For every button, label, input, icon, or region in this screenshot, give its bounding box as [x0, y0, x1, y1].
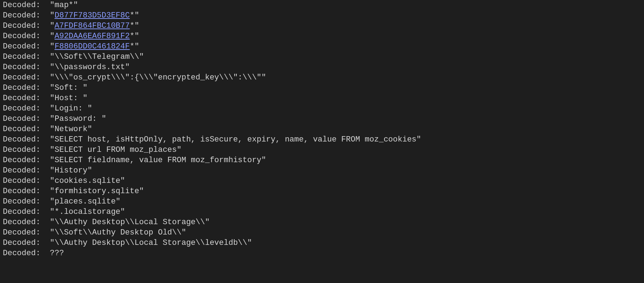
line-label: Decoded:: [3, 187, 50, 196]
terminal-line: Decoded: ???: [3, 248, 641, 258]
line-text: \\\"os_crypt\\\":{\\\"encrypted_key\\\":…: [54, 73, 261, 82]
trailing-text: *: [130, 21, 134, 30]
open-quote: ": [50, 11, 54, 20]
terminal-line: Decoded: "Network": [3, 124, 641, 134]
open-quote: ": [50, 218, 54, 227]
close-quote: ": [261, 73, 266, 82]
open-quote: ": [50, 176, 54, 185]
hash-link[interactable]: F8806DD0C461824F: [54, 42, 130, 51]
close-quote: ": [125, 63, 130, 72]
close-quote: ": [135, 11, 139, 20]
open-quote: ": [50, 166, 54, 175]
terminal-line: Decoded: "Password: ": [3, 114, 641, 124]
close-quote: ": [120, 176, 125, 185]
open-quote: ": [50, 94, 54, 103]
line-text: \\Authy Desktop\\Local Storage\\leveldb\…: [54, 238, 247, 247]
terminal-line: Decoded: "places.sqlite": [3, 196, 641, 207]
open-quote: ": [50, 156, 54, 165]
close-quote: ": [83, 83, 87, 92]
hash-link[interactable]: A7FDF864FBC10B77: [54, 21, 130, 30]
line-label: Decoded:: [3, 94, 50, 103]
close-quote: ": [120, 207, 125, 216]
open-quote: ": [50, 135, 54, 144]
close-quote: ": [177, 145, 182, 154]
line-text: Soft:: [54, 83, 83, 92]
line-label: Decoded:: [3, 135, 50, 144]
terminal-line: Decoded: "Soft: ": [3, 83, 641, 93]
open-quote: ": [50, 104, 54, 113]
line-label: Decoded:: [3, 207, 50, 216]
open-quote: ": [50, 83, 54, 92]
terminal-line: Decoded: "cookies.sqlite": [3, 176, 641, 186]
terminal-line: Decoded: "D877F783D5D3EF8C*": [3, 10, 641, 21]
terminal-line: Decoded: "\\Authy Desktop\\Local Storage…: [3, 217, 641, 227]
open-quote: ": [50, 125, 54, 134]
line-text: \\Soft\\Telegram\\: [54, 52, 139, 61]
line-label: Decoded:: [3, 11, 50, 20]
hash-link[interactable]: D877F783D5D3EF8C: [54, 11, 130, 20]
close-quote: ": [139, 52, 144, 61]
close-quote: ": [83, 94, 87, 103]
open-quote: ": [50, 187, 54, 196]
line-label: Decoded:: [3, 73, 50, 82]
line-label: Decoded:: [3, 166, 50, 175]
terminal-line: Decoded: "SELECT url FROM moz_places": [3, 145, 641, 155]
open-quote: ": [50, 145, 54, 154]
terminal-line: Decoded: "A92DAA6EA6F891F2*": [3, 31, 641, 41]
terminal-line: Decoded: "map*": [3, 0, 641, 10]
line-label: Decoded:: [3, 1, 50, 10]
line-text: SELECT url FROM moz_places: [54, 145, 177, 154]
close-quote: ": [135, 21, 139, 30]
open-quote: ": [50, 21, 54, 30]
hash-link[interactable]: A92DAA6EA6F891F2: [54, 32, 130, 41]
close-quote: ": [247, 238, 252, 247]
line-label: Decoded:: [3, 114, 50, 123]
close-quote: ": [88, 125, 92, 134]
trailing-text: *: [130, 11, 134, 20]
line-label: Decoded:: [3, 145, 50, 154]
open-quote: ": [50, 63, 54, 72]
terminal-line: Decoded: "Host: ": [3, 93, 641, 103]
open-quote: ": [50, 1, 54, 10]
line-text: ???: [50, 249, 64, 258]
line-text: History: [54, 166, 87, 175]
terminal-line: Decoded: "formhistory.sqlite": [3, 186, 641, 196]
line-text: formhistory.sqlite: [54, 187, 139, 196]
terminal-line: Decoded: "SELECT fieldname, value FROM m…: [3, 155, 641, 165]
close-quote: ": [88, 166, 92, 175]
line-label: Decoded:: [3, 52, 50, 61]
line-label: Decoded:: [3, 83, 50, 92]
line-label: Decoded:: [3, 32, 50, 41]
close-quote: ": [205, 218, 210, 227]
terminal-output: Decoded: "map*"Decoded: "D877F783D5D3EF8…: [0, 0, 644, 258]
line-text: cookies.sqlite: [54, 176, 120, 185]
line-text: \\Authy Desktop\\Local Storage\\: [54, 218, 205, 227]
line-text: Network: [54, 125, 87, 134]
close-quote: ": [73, 1, 78, 10]
open-quote: ": [50, 42, 54, 51]
line-label: Decoded:: [3, 63, 50, 72]
line-text: Host:: [54, 94, 83, 103]
line-label: Decoded:: [3, 156, 50, 165]
line-text: \\Soft\\Authy Desktop Old\\: [54, 228, 181, 237]
open-quote: ": [50, 228, 54, 237]
close-quote: ": [139, 187, 144, 196]
line-text: SELECT host, isHttpOnly, path, isSecure,…: [54, 135, 417, 144]
line-label: Decoded:: [3, 218, 50, 227]
line-label: Decoded:: [3, 197, 50, 206]
line-label: Decoded:: [3, 21, 50, 30]
line-label: Decoded:: [3, 176, 50, 185]
line-label: Decoded:: [3, 125, 50, 134]
terminal-line: Decoded: "\\Authy Desktop\\Local Storage…: [3, 238, 641, 248]
close-quote: ": [101, 114, 106, 123]
line-text: \\passwords.txt: [54, 63, 125, 72]
terminal-line: Decoded: "History": [3, 165, 641, 176]
line-text: SELECT fieldname, value FROM moz_formhis…: [54, 156, 261, 165]
open-quote: ": [50, 73, 54, 82]
line-text: map*: [54, 1, 73, 10]
open-quote: ": [50, 114, 54, 123]
terminal-line: Decoded: "\\\"os_crypt\\\":{\\\"encrypte…: [3, 72, 641, 83]
open-quote: ": [50, 197, 54, 206]
open-quote: ": [50, 52, 54, 61]
terminal-line: Decoded: "Login: ": [3, 103, 641, 114]
